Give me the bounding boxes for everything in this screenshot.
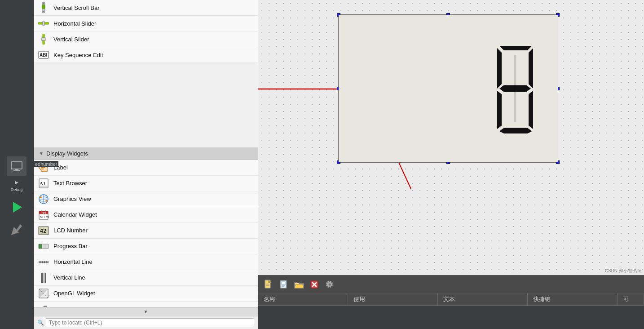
svg-text:42: 42 (40, 228, 46, 234)
horizontal-line-icon (38, 257, 49, 267)
vertical-scroll-bar-label: Vertical Scroll Bar (53, 4, 100, 11)
open-button[interactable] (292, 278, 306, 291)
widget-item-calendar-widget[interactable]: 12 M T W Calendar Widget (34, 207, 258, 223)
display-widgets-category[interactable]: ▼ Display Widgets (34, 147, 258, 160)
svg-rect-0 (11, 162, 22, 169)
svg-rect-5 (42, 5, 45, 9)
widget-item-vertical-line[interactable]: Vertical Line (34, 270, 258, 286)
widget-item-key-sequence-edit[interactable]: ABI Key Sequence Edit (34, 47, 258, 63)
col-header-usage: 使用 (348, 293, 438, 305)
table-header: 名称 使用 文本 快捷键 可 (258, 293, 644, 306)
search-bar: 🔍 (34, 316, 258, 329)
svg-rect-72 (282, 282, 285, 285)
widget-item-text-browser[interactable]: A1 Text Browser (34, 176, 258, 191)
widget-item-opengl-widget[interactable]: OpenGL Widget (34, 286, 258, 302)
svg-point-27 (45, 200, 47, 202)
monitor-icon[interactable] (7, 156, 26, 176)
lcd-zero-svg (490, 44, 544, 133)
vertical-line-icon (38, 272, 49, 283)
svg-rect-11 (41, 38, 46, 40)
settings-button[interactable] (323, 278, 336, 291)
ednumber-label: ednumber (34, 161, 58, 167)
widget-item-label[interactable]: Label (34, 160, 258, 176)
opengl-widget-label: OpenGL Widget (53, 290, 95, 297)
col-header-shortcut: 快捷键 (528, 293, 618, 305)
qquick-widget-icon (38, 304, 49, 307)
bottom-toolbar: 名称 使用 文本 快捷键 可 (258, 275, 644, 329)
widget-item-progress-bar[interactable]: Progress Bar (34, 239, 258, 254)
progress-bar-label: Progress Bar (53, 243, 88, 249)
scroll-down-arrow[interactable]: ▼ (34, 307, 258, 316)
vertical-line-label: Vertical Line (53, 274, 85, 281)
lcd-display-area (339, 15, 558, 162)
opengl-widget-icon (38, 288, 49, 299)
svg-rect-66 (514, 55, 516, 122)
key-sequence-edit-icon: ABI (38, 49, 49, 60)
svg-rect-1 (15, 169, 18, 170)
svg-marker-61 (529, 48, 533, 89)
widget-panel: Vertical Scroll Bar Horizontal Slider Ve… (34, 0, 258, 329)
toolbar-icon-row (258, 276, 644, 293)
svg-point-26 (40, 196, 42, 198)
col-header-name: 名称 (258, 293, 348, 305)
graphics-view-icon (38, 194, 49, 205)
svg-point-81 (329, 283, 331, 285)
calendar-widget-icon: 12 M T W (38, 209, 49, 220)
col-header-misc: 可 (618, 293, 644, 305)
svg-marker-59 (499, 46, 532, 50)
svg-text:12: 12 (42, 211, 46, 215)
svg-marker-60 (497, 48, 502, 89)
svg-rect-9 (43, 21, 44, 26)
build-button[interactable] (9, 222, 24, 239)
watermark: CSDN @小智Byte (605, 268, 641, 274)
svg-marker-65 (499, 128, 532, 134)
text-browser-label: Text Browser (53, 180, 87, 187)
widget-item-horizontal-slider[interactable]: Horizontal Slider (34, 16, 258, 31)
main-canvas: CSDN @小智Byte (258, 0, 644, 329)
horizontal-line-label: Horizontal Line (53, 258, 93, 265)
left-sidebar: ▶ Debug (0, 0, 34, 329)
display-widgets-list: Label A1 Text Browser (34, 160, 258, 307)
svg-rect-2 (13, 170, 20, 171)
new-file-button[interactable] (262, 278, 275, 291)
widget-item-graphics-view[interactable]: Graphics View (34, 191, 258, 207)
svg-marker-63 (497, 91, 502, 129)
vertical-scroll-bar-icon (38, 2, 49, 13)
widget-item-vertical-scroll-bar[interactable]: Vertical Scroll Bar (34, 0, 258, 16)
category-arrow: ▼ (39, 151, 44, 156)
search-icon: 🔍 (37, 320, 44, 326)
delete-button[interactable] (308, 278, 321, 291)
graphics-view-label: Graphics View (53, 196, 91, 202)
widget-item-lcd-number[interactable]: 42 LCD Number (34, 223, 258, 239)
svg-marker-3 (13, 202, 22, 213)
svg-text:A1: A1 (40, 181, 45, 186)
widget-item-vertical-slider[interactable]: Vertical Slider (34, 31, 258, 47)
monitor-expand-arrow[interactable]: ▶ (15, 180, 18, 185)
svg-text:M T W: M T W (40, 215, 49, 218)
calendar-widget-label: Calendar Widget (53, 211, 97, 218)
new-form-button[interactable] (277, 278, 291, 291)
widget-list: Vertical Scroll Bar Horizontal Slider Ve… (34, 0, 258, 147)
debug-label: Debug (11, 187, 23, 192)
play-button[interactable] (9, 200, 24, 216)
vertical-slider-label: Vertical Slider (53, 36, 89, 43)
svg-marker-76 (295, 285, 304, 288)
lcd-number-icon: 42 (38, 225, 49, 236)
text-browser-icon: A1 (38, 178, 49, 189)
col-header-text: 文本 (438, 293, 528, 305)
horizontal-slider-label: Horizontal Slider (53, 20, 96, 27)
svg-marker-64 (529, 91, 533, 129)
search-input[interactable] (46, 318, 254, 327)
vertical-slider-icon (38, 34, 49, 44)
widget-item-qquick-widget[interactable]: QQuickWidget (34, 302, 258, 307)
lcd-number-label: LCD Number (53, 227, 88, 234)
category-label: Display Widgets (46, 150, 88, 157)
progress-bar-icon (38, 241, 49, 252)
horizontal-slider-icon (38, 18, 49, 29)
widget-item-horizontal-line[interactable]: Horizontal Line (34, 254, 258, 270)
key-sequence-edit-label: Key Sequence Edit (53, 52, 103, 58)
canvas-area[interactable]: CSDN @小智Byte (258, 0, 644, 275)
selection-box[interactable] (338, 14, 558, 163)
svg-text:ABI: ABI (40, 53, 47, 58)
